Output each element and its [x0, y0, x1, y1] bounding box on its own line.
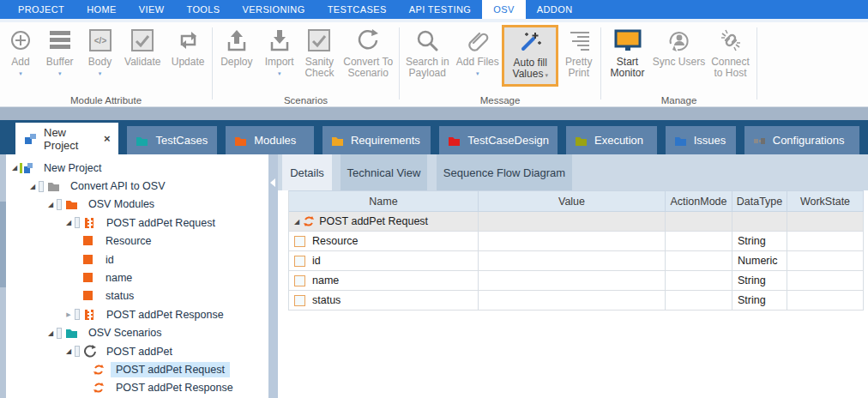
tree-item-post-addpet-response-scenario[interactable]: POST addPet Response — [6, 379, 268, 397]
sanity-check-button[interactable]: Sanity Check — [300, 25, 340, 79]
column-header-value[interactable]: Value — [479, 191, 666, 212]
tree-item-post-addpet-response-module[interactable]: POST addPet Response — [6, 305, 268, 323]
cell-datatype[interactable]: Numeric — [732, 251, 787, 271]
collapse-arrow-icon[interactable] — [270, 178, 275, 187]
column-header-name[interactable]: Name — [289, 191, 479, 212]
panel-splitter[interactable] — [268, 154, 278, 398]
cell-workstate[interactable] — [787, 232, 864, 251]
cell-datatype[interactable]: String — [732, 232, 787, 251]
tab-testcases[interactable]: TestCases — [127, 126, 217, 154]
sync-users-button[interactable]: Sync Users — [653, 25, 706, 68]
tree-item-name[interactable]: name — [6, 268, 268, 286]
chevron-down-icon[interactable] — [278, 69, 281, 77]
cell[interactable] — [479, 212, 666, 232]
tree-item-status[interactable]: status — [6, 287, 268, 305]
menu-project[interactable]: PROJECT — [7, 0, 75, 19]
menu-addon[interactable]: ADDON — [526, 0, 584, 19]
cell-datatype[interactable]: String — [732, 291, 787, 311]
scroll-thumb[interactable] — [0, 202, 6, 287]
cell-workstate[interactable] — [787, 251, 864, 271]
cell-workstate[interactable] — [787, 271, 864, 291]
cell-workstate[interactable] — [787, 291, 864, 311]
menu-versioning[interactable]: VERSIONING — [232, 0, 316, 19]
row-checkbox[interactable] — [294, 256, 305, 267]
expand-arrow-icon[interactable] — [63, 347, 74, 355]
chevron-down-icon[interactable] — [545, 72, 548, 78]
chevron-down-icon[interactable] — [19, 69, 22, 77]
grid-row-name[interactable]: name String — [289, 271, 864, 291]
expand-arrow-icon[interactable] — [9, 164, 20, 172]
add-files-button[interactable]: Add Files — [454, 25, 502, 77]
search-in-payload-button[interactable]: Search in Payload — [401, 25, 453, 79]
expand-arrow-icon[interactable] — [45, 329, 56, 337]
column-header-workstate[interactable]: WorkState — [787, 191, 864, 212]
chevron-down-icon[interactable] — [58, 69, 62, 77]
body-button[interactable]: </> Body — [81, 25, 120, 77]
cell-actionmode[interactable] — [666, 291, 732, 311]
tab-issues[interactable]: Issues — [666, 126, 736, 154]
cell-value[interactable] — [479, 232, 666, 251]
menu-testcases[interactable]: TESTCASES — [316, 0, 398, 19]
expand-arrow-icon[interactable] — [45, 201, 56, 208]
cell-actionmode[interactable] — [666, 232, 732, 251]
tree-item-convert-api-to-osv[interactable]: Convert API to OSV — [6, 177, 268, 195]
cell-actionmode[interactable] — [666, 271, 732, 291]
row-checkbox[interactable] — [294, 295, 305, 306]
cell-datatype[interactable]: String — [732, 271, 787, 291]
deploy-button[interactable]: Deploy — [214, 25, 259, 68]
grid-row-resource[interactable]: Resource String — [289, 232, 864, 251]
menu-home[interactable]: HOME — [75, 0, 128, 19]
expand-arrow-icon[interactable] — [63, 219, 74, 226]
start-monitor-button[interactable]: Start Monitor — [604, 25, 652, 79]
tab-requirements[interactable]: Requirements — [322, 126, 431, 154]
menu-api-testing[interactable]: API TESTING — [398, 0, 483, 19]
tab-testcasedesign[interactable]: TestCaseDesign — [439, 126, 558, 154]
menu-osv[interactable]: OSV — [482, 0, 525, 19]
row-checkbox[interactable] — [294, 275, 305, 286]
cell[interactable] — [666, 212, 732, 232]
grid-row-status[interactable]: status String — [289, 291, 864, 311]
tab-details[interactable]: Details — [282, 154, 332, 190]
import-button[interactable]: Import — [259, 25, 300, 77]
buffer-button[interactable]: Buffer — [39, 25, 81, 77]
chevron-down-icon[interactable] — [476, 69, 479, 77]
cell-actionmode[interactable] — [666, 251, 732, 271]
column-header-actionmode[interactable]: ActionMode — [666, 191, 732, 212]
grid-row-id[interactable]: id Numeric — [289, 251, 864, 271]
menu-view[interactable]: VIEW — [128, 0, 176, 19]
cell-value[interactable] — [479, 271, 666, 291]
tab-technical-view[interactable]: Technical View — [341, 154, 427, 190]
grid-group-row[interactable]: POST addPet Request — [289, 212, 864, 232]
tab-execution[interactable]: Execution — [566, 126, 657, 154]
convert-to-scenario-button[interactable]: Convert To Scenario — [339, 25, 397, 79]
tree-item-id[interactable]: id — [6, 250, 268, 268]
tab-sequence-flow-diagram[interactable]: Sequence Flow Diagram — [437, 154, 572, 190]
update-button[interactable]: Update — [166, 25, 210, 68]
add-button[interactable]: Add — [2, 25, 39, 77]
tree-item-post-addpet-request-module[interactable]: POST addPet Request — [6, 214, 268, 232]
menu-tools[interactable]: TOOLS — [175, 0, 231, 19]
tree-item-osv-scenarios[interactable]: OSV Scenarios — [6, 324, 268, 342]
tree-item-osv-modules[interactable]: OSV Modules — [6, 196, 268, 214]
tree-item-post-addpet[interactable]: POST addPet — [6, 342, 268, 360]
column-header-datatype[interactable]: DataType — [732, 191, 787, 212]
tree-item-new-project[interactable]: New Project — [6, 159, 268, 177]
left-scroll-strip[interactable] — [0, 154, 6, 398]
cell[interactable] — [787, 212, 864, 232]
tab-new-project[interactable]: New Project × — [15, 123, 118, 154]
auto-fill-values-button[interactable]: Auto fill Values — [502, 25, 558, 87]
connect-to-host-button[interactable]: Connect to Host — [707, 25, 755, 79]
tab-configurations[interactable]: Configurations — [744, 126, 859, 154]
validate-button[interactable]: Validate — [119, 25, 166, 68]
expand-arrow-icon[interactable] — [294, 218, 299, 226]
tree-item-post-addpet-request-scenario[interactable]: POST addPet Request — [6, 360, 268, 378]
expand-arrow-icon[interactable] — [63, 311, 74, 318]
cell-value[interactable] — [479, 291, 666, 311]
expand-arrow-icon[interactable] — [27, 183, 38, 190]
row-checkbox[interactable] — [294, 236, 305, 247]
tree-item-resource[interactable]: Resource — [6, 232, 268, 250]
cell-value[interactable] — [479, 251, 666, 271]
cell[interactable] — [732, 212, 787, 232]
close-icon[interactable]: × — [104, 132, 111, 145]
chevron-down-icon[interactable] — [99, 69, 102, 77]
